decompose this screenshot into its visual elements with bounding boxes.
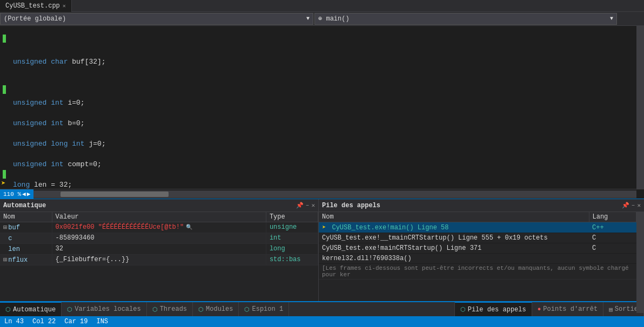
debug-panel-title: Automatique <box>3 202 46 209</box>
tab-pile-label: Pile des appels <box>468 306 526 314</box>
table-row[interactable]: CyUSB_test.exe!mainCRTStartup() Ligne 37… <box>319 243 636 254</box>
debug-table: Nom Valeur Type ⊞buf 0x0021fe00 "ÉÉÉÉÉÉÉ… <box>0 212 318 301</box>
tab-points-arret[interactable]: ● Points d'arrêt <box>532 302 603 316</box>
tab-automatique[interactable]: ⬡ Automatique <box>0 302 62 316</box>
code-content: unsigned char buf[32]; unsigned int i=0;… <box>9 26 636 189</box>
gutter-marker-3 <box>3 170 6 179</box>
left-tabs: ⬡ Automatique ⬡ Variables locales ⬡ Thre… <box>0 302 454 316</box>
scope-left-arrow-icon: ▼ <box>306 16 310 22</box>
table-row[interactable]: kernel32.dll!7690338a() <box>319 254 636 264</box>
debug-col-type: Type <box>266 212 318 222</box>
debug-vscroll[interactable] <box>636 243 644 313</box>
status-ln: Ln 43 <box>4 318 24 325</box>
table-row[interactable]: ⊞c -858993460 int <box>0 233 318 244</box>
callstack-close-icon[interactable]: ✕ <box>637 202 641 209</box>
tab-label: CyUSB_test.cpp <box>5 2 60 10</box>
gutter-arrow: ➤ <box>1 179 4 189</box>
callstack-pin-icon[interactable]: 📌 <box>622 202 629 209</box>
callstack-col-lang: Lang <box>589 212 636 222</box>
bottom-tab-bar: ⬡ Automatique ⬡ Variables locales ⬡ Thre… <box>0 301 644 316</box>
callstack-panel: Pile des appels 📌 – ✕ Nom Lang <box>319 199 644 301</box>
tab-vars-icon: ⬡ <box>67 306 72 313</box>
callstack-collapse-icon[interactable]: – <box>632 202 635 209</box>
tab-espion-icon: ⬡ <box>244 306 250 313</box>
bottom-panels: Automatique 📌 – ✕ Nom Valeur Type ⊞b <box>0 199 644 301</box>
debug-col-nom: Nom <box>0 212 52 222</box>
callstack-table: Nom Lang ➤ CyUSB_test.exe!main() Ligne 5… <box>319 212 644 301</box>
callstack-panel-header: Pile des appels 📌 – ✕ <box>319 199 644 212</box>
scope-dropdown-right[interactable]: ⊕ main() ▼ <box>314 13 617 25</box>
tab-close-icon[interactable]: ✕ <box>63 3 66 9</box>
debug-panel-icons: 📌 – ✕ <box>296 202 315 209</box>
tab-vars-label: Variables locales <box>75 305 140 313</box>
table-row[interactable]: ⊞buf 0x0021fe00 "ÉÉÉÉÉÉÉÉÉÉÉÉUce[@tb!"🔍 … <box>0 222 318 233</box>
tab-points-icon: ● <box>538 306 541 312</box>
tab-threads-label: Threads <box>160 305 187 313</box>
debug-close-icon[interactable]: ✕ <box>311 202 315 209</box>
tab-automatique-label: Automatique <box>13 306 56 314</box>
callstack-col-nom: Nom <box>319 212 589 222</box>
code-editor[interactable]: ➤ unsigned char buf[32]; unsigned int i=… <box>0 26 644 189</box>
scope-dropdown-left[interactable]: (Portée globale) ▼ <box>0 13 313 25</box>
tab-pile-appels[interactable]: ⬡ Pile des appels <box>455 302 532 316</box>
table-row[interactable]: ➤ CyUSB_test.exe!main() Ligne 58 C++ <box>319 222 636 233</box>
status-mode: INS <box>96 318 108 325</box>
tab-sortie-label: Sortie <box>615 305 638 313</box>
callstack-panel-title: Pile des appels <box>322 202 380 209</box>
zoom-right-icon[interactable]: ▶ <box>27 190 31 197</box>
scope-left-label: (Portée globale) <box>4 15 66 23</box>
tab-espion-label: Espion 1 <box>252 305 283 313</box>
table-row[interactable]: ⊞len 32 long <box>0 244 318 255</box>
tab-espion[interactable]: ⬡ Espion 1 <box>239 302 289 316</box>
scope-right-label: ⊕ main() <box>318 15 350 23</box>
debug-collapse-icon[interactable]: – <box>306 202 310 209</box>
gutter-marker-2 <box>3 85 6 94</box>
editor-vscroll[interactable] <box>636 26 644 189</box>
active-row-arrow-icon: ➤ <box>322 224 326 231</box>
expand-icon[interactable]: ⊞ <box>3 256 7 264</box>
debug-panel: Automatique 📌 – ✕ Nom Valeur Type ⊞b <box>0 199 319 301</box>
editor-code-area[interactable]: unsigned char buf[32]; unsigned int i=0;… <box>9 26 636 189</box>
tab-modules-label: Modules <box>206 305 233 313</box>
editor-tab[interactable]: CyUSB_test.cpp ✕ <box>0 0 72 12</box>
editor-gutter: ➤ <box>0 26 9 189</box>
tab-modules-icon: ⬡ <box>198 306 204 313</box>
gutter-marker-1 <box>3 35 6 43</box>
notice-row: [Les frames ci-dessous sont peut-être in… <box>319 264 636 280</box>
callstack-panel-icons: 📌 – ✕ <box>622 202 641 209</box>
expand-icon[interactable]: ⊞ <box>3 224 7 231</box>
tab-pile-icon: ⬡ <box>460 306 466 313</box>
tab-modules[interactable]: ⬡ Modules <box>193 302 239 316</box>
zoom-control[interactable]: 110 % ◀ ▶ <box>0 189 33 199</box>
zoom-value: 110 % <box>3 191 21 197</box>
status-bar: Ln 43 Col 22 Car 19 INS <box>0 316 644 327</box>
debug-col-valeur: Valeur <box>52 212 266 222</box>
scope-right-arrow-icon: ▼ <box>610 16 613 22</box>
h-scrollbar[interactable] <box>33 190 636 198</box>
h-scrollbar-thumb <box>61 192 169 197</box>
tab-threads[interactable]: ⬡ Threads <box>147 302 193 316</box>
scope-bar: (Portée globale) ▼ ⊕ main() ▼ <box>0 12 644 26</box>
right-tabs: ⬡ Pile des appels ● Points d'arrêt ▤ Sor… <box>454 302 644 316</box>
zoom-left-icon[interactable]: ◀ <box>22 190 26 197</box>
title-bar: CyUSB_test.cpp ✕ <box>0 0 644 12</box>
debug-panel-header: Automatique 📌 – ✕ <box>0 199 318 212</box>
tab-variables-locales[interactable]: ⬡ Variables locales <box>62 302 146 316</box>
tab-points-label: Points d'arrêt <box>543 305 598 313</box>
status-col: Col 22 <box>32 318 56 325</box>
table-row[interactable]: ⊞nflux {_Filebuffer={...}} std::bas <box>0 255 318 265</box>
debug-pin-icon[interactable]: 📌 <box>296 202 304 209</box>
table-row[interactable]: CyUSB_test.exe!__tmainCRTStartup() Ligne… <box>319 233 636 243</box>
tab-automatique-icon: ⬡ <box>5 306 11 313</box>
status-car: Car 19 <box>64 318 88 325</box>
tab-sortie-icon: ▤ <box>609 306 613 313</box>
tab-threads-icon: ⬡ <box>152 306 158 313</box>
